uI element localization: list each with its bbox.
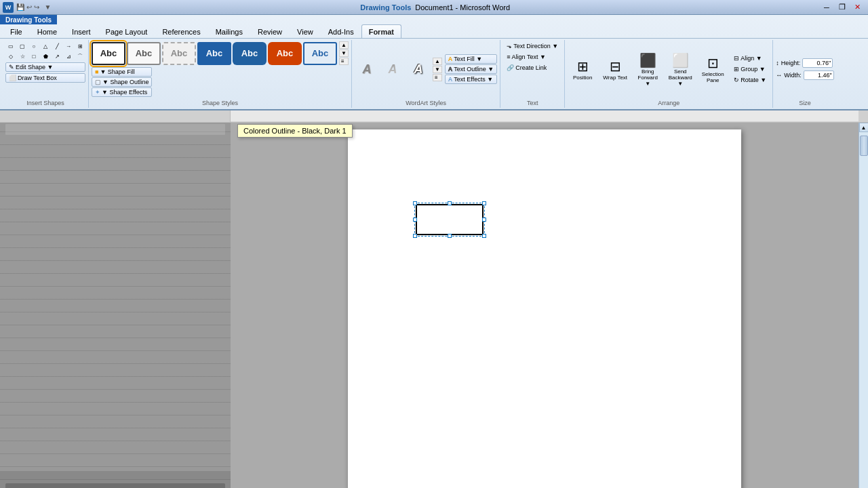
wordart-btn-3[interactable]: A: [406, 57, 431, 81]
height-label: Height:: [781, 60, 801, 66]
width-label: Width:: [784, 72, 802, 79]
shape-outline-button[interactable]: ▢ ▼ Shape Outline: [92, 77, 152, 87]
scroll-thumb[interactable]: [860, 136, 868, 156]
shape-fill-button[interactable]: ■ ▼ Shape Fill: [92, 67, 152, 77]
shape-styles-down[interactable]: ▼: [339, 49, 349, 57]
shape-style-6[interactable]: Abc: [268, 42, 302, 65]
horizontal-ruler: [231, 110, 859, 122]
tab-mailings[interactable]: Mailings: [208, 24, 250, 38]
shape-btn-rect[interactable]: ▭: [5, 41, 16, 51]
wordart-styles-down[interactable]: ▼: [433, 66, 442, 73]
shape-style-5[interactable]: Abc: [233, 42, 267, 65]
shape-btn-circle[interactable]: ○: [28, 41, 39, 51]
wordart-btn-2[interactable]: A: [380, 57, 405, 81]
shapes-grid: ▭ ▢ ○ △ ╱ → ⊞ ◇ ☆ □ ⬟: [5, 41, 85, 61]
width-input[interactable]: [804, 70, 834, 80]
arrange-label: Arrange: [565, 100, 772, 106]
tab-references[interactable]: References: [155, 24, 208, 38]
insert-shapes-label: Insert Shapes: [3, 100, 88, 106]
doc-area: Colored Outline - Black, Dark 1: [231, 123, 859, 488]
shape-style-4[interactable]: Abc: [197, 42, 231, 65]
shape-styles-group: Abc Abc Abc Abc Abc Abc Abc ▲ ▼ ≡: [89, 40, 352, 108]
left-sidebar: ◀ ▶ ▲ ▼ ⊕ ☰: [0, 123, 231, 488]
tab-home[interactable]: Home: [30, 24, 64, 38]
shape-styles-more[interactable]: ≡: [339, 58, 349, 65]
width-icon: ↔: [776, 72, 782, 79]
height-icon: ↕: [776, 60, 779, 66]
wordart-btn-1[interactable]: A: [355, 57, 379, 81]
position-button[interactable]: ⊞ Position: [568, 56, 597, 83]
close-button[interactable]: ✕: [850, 1, 865, 14]
shape-btn-call[interactable]: □: [28, 52, 39, 61]
tab-insert[interactable]: Insert: [64, 24, 98, 38]
tab-page-layout[interactable]: Page Layout: [98, 24, 155, 38]
restore-button[interactable]: ❐: [835, 1, 850, 14]
shape-style-2[interactable]: Abc: [127, 42, 161, 65]
shape-effects-button[interactable]: ✦ ▼ Shape Effects: [92, 87, 152, 97]
ribbon-tabs[interactable]: File Home Insert Page Layout References …: [0, 24, 868, 39]
svg-rect-0: [231, 110, 859, 122]
create-link-button[interactable]: 🔗 Create Link: [503, 63, 550, 73]
text-direction-button[interactable]: ⬎ Text Direction ▼: [503, 41, 561, 51]
tab-view[interactable]: View: [290, 24, 321, 38]
word-logo: W: [3, 2, 14, 13]
text-group: ⬎ Text Direction ▼ ≡ Align Text ▼ 🔗 Crea…: [500, 40, 565, 108]
text-effects-button[interactable]: A Text Effects ▼: [445, 75, 497, 84]
shape-btn-arrow[interactable]: →: [63, 41, 74, 51]
send-backward-button[interactable]: ⬜ Send Backward ▼: [665, 50, 695, 89]
bring-forward-button[interactable]: ⬛ Bring Forward ▼: [633, 50, 663, 89]
tab-file[interactable]: File: [3, 24, 30, 38]
title-bar: W 💾 ↩ ↪ ▼ Drawing Tools Document1 - Micr…: [0, 0, 868, 15]
title-text: Document1 - Microsoft Word: [415, 3, 510, 12]
shape-style-3[interactable]: Abc: [162, 42, 196, 65]
tab-format[interactable]: Format: [361, 24, 401, 38]
shape-styles-up[interactable]: ▲: [339, 41, 349, 49]
align-button[interactable]: ⊟Align ▼: [730, 54, 770, 63]
rotate-button[interactable]: ↻Rotate ▼: [730, 75, 770, 85]
shape-style-7[interactable]: Abc: [303, 42, 337, 65]
title-controls[interactable]: ─ ❐ ✕: [819, 1, 865, 14]
scroll-up-button[interactable]: ▲: [859, 123, 869, 132]
shape-btn-bent[interactable]: ↗: [52, 52, 62, 61]
shape-styles-label: Shape Styles: [89, 100, 351, 106]
size-label: Size: [773, 100, 837, 106]
tooltip: Colored Outline - Black, Dark 1: [237, 124, 353, 138]
text-label: Text: [500, 100, 564, 106]
align-text-button[interactable]: ≡ Align Text ▼: [503, 52, 549, 62]
shape-btn-cube[interactable]: ⬟: [40, 52, 51, 61]
shape-btn-tri[interactable]: △: [40, 41, 51, 51]
width-row: ↔ Width:: [776, 70, 834, 80]
shape-styles-row[interactable]: Abc Abc Abc Abc Abc Abc Abc ▲ ▼ ≡: [92, 41, 349, 65]
selection-pane-button[interactable]: ⊡ Selection Pane: [698, 53, 728, 85]
edit-shape-button[interactable]: ✎ Edit Shape ▼: [5, 62, 85, 72]
shape-btn-extra[interactable]: ⌒: [75, 52, 85, 61]
wordart-styles-group: A A A ▲ ▼ ≡ A Text Fill ▼ A: [352, 40, 500, 108]
wordart-styles-up[interactable]: ▲: [433, 58, 442, 65]
shape-btn-rounded[interactable]: ▢: [17, 41, 28, 51]
shape-btn-flow[interactable]: ⊿: [63, 52, 74, 61]
title-bar-left: W 💾 ↩ ↪ ▼: [3, 2, 51, 13]
shape-style-1[interactable]: Abc: [92, 42, 125, 65]
arrange-group: ⊞ Position ⊟ Wrap Text ⬛ Bring Forward ▼: [565, 40, 773, 108]
minimize-button[interactable]: ─: [819, 1, 834, 14]
group-button[interactable]: ⊞Group ▼: [730, 64, 770, 74]
wordart-styles-more[interactable]: ≡: [433, 74, 442, 81]
vertical-scrollbar[interactable]: ▲ ▼: [859, 123, 868, 488]
insert-shapes-group: ▭ ▢ ○ △ ╱ → ⊞ ◇ ☆ □ ⬟: [3, 40, 89, 108]
wordart-styles-label: WordArt Styles: [352, 100, 500, 106]
draw-textbox-button[interactable]: ⬜ Draw Text Box: [5, 73, 85, 83]
drawn-rectangle[interactable]: [416, 204, 484, 235]
scroll-track[interactable]: [859, 132, 869, 488]
text-outline-button[interactable]: A Text Outline ▼: [445, 64, 497, 74]
height-input[interactable]: [802, 58, 833, 68]
shape-btn-para[interactable]: ◇: [5, 52, 16, 61]
wrap-text-button[interactable]: ⊟ Wrap Text: [600, 56, 630, 83]
shape-btn-line[interactable]: ╱: [52, 41, 62, 51]
document-page[interactable]: [348, 129, 741, 488]
shape-btn-star[interactable]: ☆: [17, 52, 28, 61]
text-fill-button[interactable]: A Text Fill ▼: [445, 54, 497, 64]
ribbon-content: ▭ ▢ ○ △ ╱ → ⊞ ◇ ☆ □ ⬟: [0, 39, 868, 109]
tab-add-ins[interactable]: Add-Ins: [321, 24, 361, 38]
shape-btn-more[interactable]: ⊞: [75, 41, 85, 51]
tab-review[interactable]: Review: [250, 24, 290, 38]
